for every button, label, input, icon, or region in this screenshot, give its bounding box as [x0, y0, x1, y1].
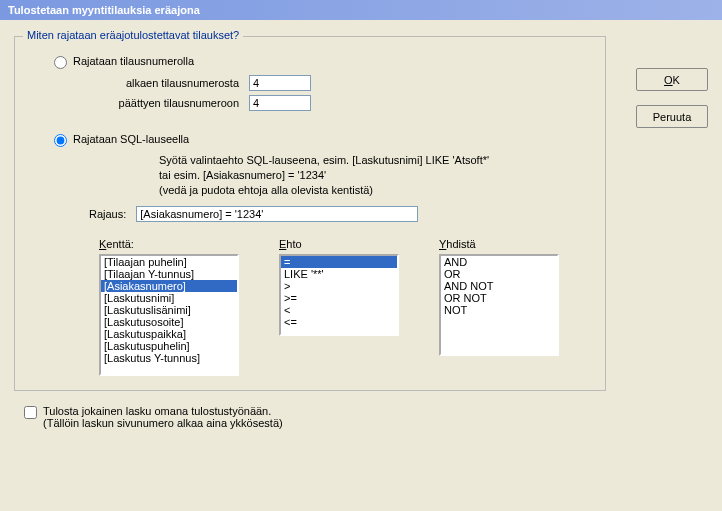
- yhdista-listbox[interactable]: ANDORAND NOTOR NOTNOT: [439, 254, 559, 356]
- to-label: päättyen tilausnumeroon: [99, 97, 239, 109]
- list-item[interactable]: NOT: [441, 304, 557, 316]
- radio-by-number-label: Rajataan tilausnumerolla: [73, 55, 194, 67]
- to-input[interactable]: [249, 95, 311, 111]
- list-item[interactable]: [Laskutuspuhelin]: [101, 340, 237, 352]
- radio-by-sql[interactable]: [54, 134, 67, 147]
- title-bar: Tulostetaan myyntitilauksia eräajona: [0, 0, 722, 20]
- list-item[interactable]: [Tilaajan puhelin]: [101, 256, 237, 268]
- separate-jobs-label: Tulosta jokainen lasku omana tulostustyö…: [43, 405, 283, 429]
- hint-line1: Syötä valintaehto SQL-lauseena, esim. [L…: [159, 153, 591, 168]
- hint-line2: tai esim. [Asiakasnumero] = '1234': [159, 168, 591, 183]
- filter-groupbox: Miten rajataan eräajotulostettavat tilau…: [14, 36, 606, 391]
- list-item[interactable]: [Tilaajan Y-tunnus]: [101, 268, 237, 280]
- ehto-column: Ehto =LIKE '**'>>=<<=: [279, 238, 399, 376]
- separate-jobs-row[interactable]: Tulosta jokainen lasku omana tulostustyö…: [20, 405, 708, 429]
- list-item[interactable]: AND: [441, 256, 557, 268]
- yhdista-label: Yhdistä: [439, 238, 559, 250]
- ehto-label: Ehto: [279, 238, 399, 250]
- lists-row: Kenttä: [Tilaajan puhelin][Tilaajan Y-tu…: [99, 238, 591, 376]
- list-item[interactable]: AND NOT: [441, 280, 557, 292]
- list-item[interactable]: [Laskutuspaikka]: [101, 328, 237, 340]
- list-item[interactable]: OR: [441, 268, 557, 280]
- list-item[interactable]: [Laskutuslisänimi]: [101, 304, 237, 316]
- from-row: alkaen tilausnumerosta: [99, 75, 591, 91]
- list-item[interactable]: >: [281, 280, 397, 292]
- kentta-listbox[interactable]: [Tilaajan puhelin][Tilaajan Y-tunnus][As…: [99, 254, 239, 376]
- radio-by-number-row[interactable]: Rajataan tilausnumerolla: [49, 53, 591, 69]
- list-item[interactable]: >=: [281, 292, 397, 304]
- groupbox-legend: Miten rajataan eräajotulostettavat tilau…: [23, 29, 243, 41]
- list-item[interactable]: OR NOT: [441, 292, 557, 304]
- radio-by-number[interactable]: [54, 56, 67, 69]
- list-item[interactable]: [Laskutusosoite]: [101, 316, 237, 328]
- radio-by-sql-label: Rajataan SQL-lauseella: [73, 133, 189, 145]
- cancel-button[interactable]: Peruuta: [636, 105, 708, 128]
- from-input[interactable]: [249, 75, 311, 91]
- list-item[interactable]: [Laskutus Y-tunnus]: [101, 352, 237, 364]
- rajaus-input[interactable]: [136, 206, 418, 222]
- list-item[interactable]: =: [281, 256, 397, 268]
- hint-line3: (vedä ja pudota ehtoja alla olevista ken…: [159, 183, 591, 198]
- from-label: alkaen tilausnumerosta: [99, 77, 239, 89]
- yhdista-column: Yhdistä ANDORAND NOTOR NOTNOT: [439, 238, 559, 376]
- radio-by-sql-row[interactable]: Rajataan SQL-lauseella: [49, 131, 591, 147]
- list-item[interactable]: <: [281, 304, 397, 316]
- sql-hint: Syötä valintaehto SQL-lauseena, esim. [L…: [159, 153, 591, 198]
- kentta-label: Kenttä:: [99, 238, 239, 250]
- to-row: päättyen tilausnumeroon: [99, 95, 591, 111]
- window-title: Tulostetaan myyntitilauksia eräajona: [8, 4, 200, 16]
- ehto-listbox[interactable]: =LIKE '**'>>=<<=: [279, 254, 399, 336]
- rajaus-label: Rajaus:: [89, 208, 126, 220]
- list-item[interactable]: [Asiakasnumero]: [101, 280, 237, 292]
- list-item[interactable]: <=: [281, 316, 397, 328]
- button-column: OK Peruuta: [636, 68, 708, 128]
- dialog-content: Miten rajataan eräajotulostettavat tilau…: [0, 20, 722, 435]
- rajaus-row: Rajaus:: [89, 206, 591, 222]
- kentta-column: Kenttä: [Tilaajan puhelin][Tilaajan Y-tu…: [99, 238, 239, 376]
- ok-button[interactable]: OK: [636, 68, 708, 91]
- separate-jobs-checkbox[interactable]: [24, 406, 37, 419]
- list-item[interactable]: [Laskutusnimi]: [101, 292, 237, 304]
- list-item[interactable]: LIKE '**': [281, 268, 397, 280]
